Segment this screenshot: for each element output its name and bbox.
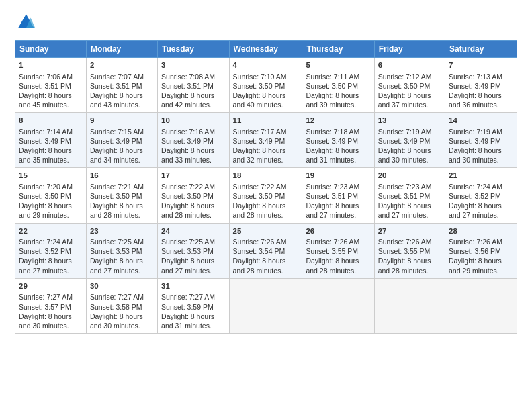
day-info-line: and 35 minutes. xyxy=(19,155,83,165)
day-info-line: Daylight: 8 hours xyxy=(19,91,83,100)
day-info-line: Daylight: 8 hours xyxy=(378,201,441,210)
day-number: 10 xyxy=(161,116,225,126)
day-info-line: Sunset: 3:51 PM xyxy=(306,191,370,201)
day-cell: 29Sunrise: 7:27 AMSunset: 3:57 PMDayligh… xyxy=(15,278,87,333)
day-number: 11 xyxy=(233,116,299,126)
day-number: 14 xyxy=(449,116,513,126)
day-info-line: and 32 minutes. xyxy=(233,155,299,165)
day-info-line: and 27 minutes. xyxy=(19,266,83,275)
day-cell: 20Sunrise: 7:23 AMSunset: 3:51 PMDayligh… xyxy=(374,168,445,223)
col-header-wednesday: Wednesday xyxy=(229,41,302,58)
day-info-line: Daylight: 8 hours xyxy=(161,91,225,100)
day-info-line: Sunrise: 7:23 AM xyxy=(378,182,441,191)
day-info-line: Sunrise: 7:11 AM xyxy=(306,72,370,81)
day-info-line: Sunrise: 7:13 AM xyxy=(449,72,513,81)
day-info-line: Sunrise: 7:25 AM xyxy=(161,237,225,246)
day-cell: 4Sunrise: 7:10 AMSunset: 3:50 PMDaylight… xyxy=(229,58,302,113)
day-info-line: Sunset: 3:55 PM xyxy=(306,246,370,256)
day-info-line: and 45 minutes. xyxy=(19,100,83,109)
day-info-line: and 27 minutes. xyxy=(449,210,513,220)
day-info-line: and 30 minutes. xyxy=(449,155,513,165)
day-info-line: Sunrise: 7:19 AM xyxy=(449,127,513,136)
day-cell: 31Sunrise: 7:27 AMSunset: 3:59 PMDayligh… xyxy=(158,278,229,333)
day-info-line: Sunrise: 7:26 AM xyxy=(449,237,513,246)
day-info-line: Sunset: 3:49 PM xyxy=(90,136,154,146)
day-info-line: Daylight: 8 hours xyxy=(90,201,154,210)
day-info-line: Sunset: 3:49 PM xyxy=(378,136,441,146)
day-info-line: Daylight: 8 hours xyxy=(233,91,299,100)
day-info-line: Sunrise: 7:25 AM xyxy=(90,237,154,246)
day-info-line: Sunset: 3:50 PM xyxy=(161,191,225,201)
day-number: 28 xyxy=(449,226,513,237)
day-info-line: Daylight: 8 hours xyxy=(378,91,441,100)
day-info-line: and 27 minutes. xyxy=(306,210,370,220)
day-info-line: Sunrise: 7:07 AM xyxy=(90,72,154,81)
day-number: 27 xyxy=(378,226,441,237)
week-row-4: 22Sunrise: 7:24 AMSunset: 3:52 PMDayligh… xyxy=(15,223,517,278)
day-info-line: Daylight: 8 hours xyxy=(306,146,370,155)
day-cell: 19Sunrise: 7:23 AMSunset: 3:51 PMDayligh… xyxy=(302,168,374,223)
logo xyxy=(15,12,39,34)
day-number: 1 xyxy=(19,60,83,71)
day-number: 4 xyxy=(233,60,299,71)
day-info-line: Daylight: 8 hours xyxy=(449,201,513,210)
day-info-line: and 30 minutes. xyxy=(19,321,83,330)
day-info-line: and 28 minutes. xyxy=(233,210,299,220)
day-info-line: Sunset: 3:50 PM xyxy=(19,191,83,201)
col-header-tuesday: Tuesday xyxy=(158,41,229,58)
day-info-line: Daylight: 8 hours xyxy=(19,201,83,210)
day-info-line: Sunset: 3:53 PM xyxy=(90,246,154,256)
day-cell xyxy=(374,278,445,333)
day-number: 30 xyxy=(90,281,154,292)
day-number: 22 xyxy=(19,226,83,237)
day-info-line: Sunrise: 7:12 AM xyxy=(378,72,441,81)
day-number: 29 xyxy=(19,281,83,292)
day-info-line: Sunrise: 7:17 AM xyxy=(233,127,299,136)
day-info-line: Daylight: 8 hours xyxy=(449,256,513,265)
day-info-line: Daylight: 8 hours xyxy=(161,146,225,155)
col-header-thursday: Thursday xyxy=(302,41,374,58)
day-info-line: Sunset: 3:49 PM xyxy=(161,136,225,146)
day-info-line: Sunset: 3:49 PM xyxy=(449,136,513,146)
day-cell: 16Sunrise: 7:21 AMSunset: 3:50 PMDayligh… xyxy=(86,168,157,223)
day-cell: 6Sunrise: 7:12 AMSunset: 3:50 PMDaylight… xyxy=(374,58,445,113)
day-info-line: Daylight: 8 hours xyxy=(161,312,225,321)
day-info-line: and 31 minutes. xyxy=(161,321,225,330)
day-cell: 13Sunrise: 7:19 AMSunset: 3:49 PMDayligh… xyxy=(374,113,445,168)
day-info-line: Sunset: 3:54 PM xyxy=(233,246,299,256)
day-info-line: Sunrise: 7:26 AM xyxy=(378,237,441,246)
col-header-monday: Monday xyxy=(86,41,157,58)
day-info-line: Sunrise: 7:24 AM xyxy=(449,182,513,191)
week-row-1: 1Sunrise: 7:06 AMSunset: 3:51 PMDaylight… xyxy=(15,58,517,113)
day-info-line: and 39 minutes. xyxy=(306,100,370,109)
day-info-line: and 37 minutes. xyxy=(378,100,441,109)
day-info-line: Sunset: 3:49 PM xyxy=(306,136,370,146)
day-info-line: Daylight: 8 hours xyxy=(449,91,513,100)
day-info-line: Sunset: 3:50 PM xyxy=(233,191,299,201)
day-info-line: Daylight: 8 hours xyxy=(306,201,370,210)
day-info-line: and 40 minutes. xyxy=(233,100,299,109)
col-header-saturday: Saturday xyxy=(445,41,517,58)
day-number: 13 xyxy=(378,116,441,126)
day-cell: 17Sunrise: 7:22 AMSunset: 3:50 PMDayligh… xyxy=(158,168,229,223)
day-info-line: Sunset: 3:50 PM xyxy=(306,81,370,91)
day-info-line: Sunrise: 7:19 AM xyxy=(378,127,441,136)
day-info-line: and 27 minutes. xyxy=(90,266,154,275)
header xyxy=(15,12,517,34)
day-info-line: Daylight: 8 hours xyxy=(378,146,441,155)
day-info-line: Sunrise: 7:26 AM xyxy=(233,237,299,246)
day-number: 19 xyxy=(306,171,370,181)
day-number: 26 xyxy=(306,226,370,237)
day-info-line: Sunrise: 7:26 AM xyxy=(306,237,370,246)
day-info-line: and 29 minutes. xyxy=(19,210,83,220)
day-info-line: Sunrise: 7:15 AM xyxy=(90,127,154,136)
day-info-line: Daylight: 8 hours xyxy=(19,312,83,321)
day-info-line: Sunrise: 7:24 AM xyxy=(19,237,83,246)
day-cell: 28Sunrise: 7:26 AMSunset: 3:56 PMDayligh… xyxy=(445,223,517,278)
day-cell: 14Sunrise: 7:19 AMSunset: 3:49 PMDayligh… xyxy=(445,113,517,168)
day-info-line: Sunrise: 7:18 AM xyxy=(306,127,370,136)
day-info-line: Daylight: 8 hours xyxy=(233,146,299,155)
day-info-line: Sunset: 3:53 PM xyxy=(161,246,225,256)
day-number: 12 xyxy=(306,116,370,126)
day-number: 9 xyxy=(90,116,154,126)
